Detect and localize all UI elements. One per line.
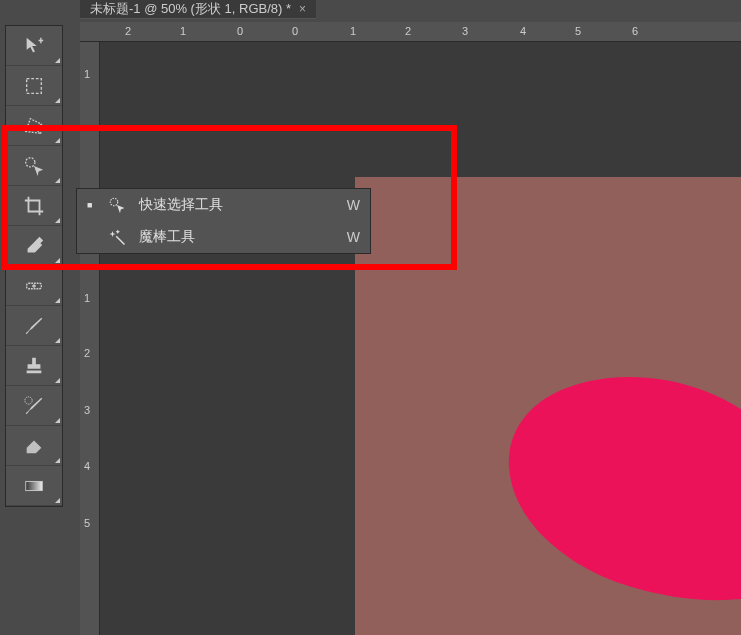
healing-icon [23, 275, 45, 297]
canvas[interactable] [355, 177, 741, 635]
stamp-tool[interactable] [6, 346, 62, 386]
move-icon [23, 35, 45, 57]
svg-rect-0 [27, 78, 42, 93]
healing-tool[interactable] [6, 266, 62, 306]
move-tool[interactable] [6, 26, 62, 66]
quick-select-icon [23, 155, 45, 177]
lasso-icon [23, 115, 45, 137]
close-icon[interactable]: × [299, 2, 306, 16]
ruler-tick: 6 [632, 25, 638, 37]
ruler-tick: 0 [237, 25, 243, 37]
document-tab-bar: 未标题-1 @ 50% (形状 1, RGB/8) * × [80, 0, 316, 18]
ruler-tick: 2 [84, 347, 90, 359]
ruler-tick: 1 [84, 292, 90, 304]
lasso-tool[interactable] [6, 106, 62, 146]
submenu-indicator-icon [55, 498, 60, 503]
svg-rect-4 [26, 481, 43, 490]
magic-wand-icon [107, 228, 127, 246]
ruler-tick: 4 [84, 460, 90, 472]
ruler-tick: 5 [84, 517, 90, 529]
eyedropper-tool[interactable] [6, 226, 62, 266]
crop-icon [23, 195, 45, 217]
flyout-item-label: 快速选择工具 [139, 196, 335, 214]
submenu-indicator-icon [55, 378, 60, 383]
ruler-tick: 4 [520, 25, 526, 37]
ruler-tick: 2 [405, 25, 411, 37]
submenu-indicator-icon [55, 258, 60, 263]
submenu-indicator-icon [55, 298, 60, 303]
history-brush-tool[interactable] [6, 386, 62, 426]
ruler-tick: 1 [350, 25, 356, 37]
quick-select-icon [107, 196, 127, 214]
brush-icon [23, 315, 45, 337]
document-tab[interactable]: 未标题-1 @ 50% (形状 1, RGB/8) * × [80, 0, 316, 19]
flyout-item-quick-select[interactable]: ■ 快速选择工具 W [77, 189, 370, 221]
flyout-item-shortcut: W [347, 229, 360, 245]
flyout-item-magic-wand[interactable]: 魔棒工具 W [77, 221, 370, 253]
ruler-tick: 1 [180, 25, 186, 37]
ruler-vertical[interactable]: 1 1 2 3 4 5 [80, 42, 100, 635]
marquee-tool[interactable] [6, 66, 62, 106]
submenu-indicator-icon [55, 98, 60, 103]
eraser-icon [23, 435, 45, 457]
gradient-tool[interactable] [6, 466, 62, 506]
ruler-tick: 5 [575, 25, 581, 37]
document-tab-title: 未标题-1 @ 50% (形状 1, RGB/8) * [90, 0, 291, 18]
submenu-indicator-icon [55, 138, 60, 143]
rabbit-shape [505, 202, 741, 602]
ruler-tick: 0 [292, 25, 298, 37]
submenu-indicator-icon [55, 178, 60, 183]
submenu-indicator-icon [55, 338, 60, 343]
brush-tool[interactable] [6, 306, 62, 346]
svg-point-1 [26, 157, 35, 166]
flyout-item-shortcut: W [347, 197, 360, 213]
history-brush-icon [23, 395, 45, 417]
toolbox [5, 25, 63, 507]
marquee-icon [23, 75, 45, 97]
flyout-item-label: 魔棒工具 [139, 228, 335, 246]
ruler-tick: 3 [462, 25, 468, 37]
submenu-indicator-icon [55, 418, 60, 423]
crop-tool[interactable] [6, 186, 62, 226]
canvas-area[interactable] [100, 42, 741, 635]
ruler-tick: 1 [84, 68, 90, 80]
eyedropper-icon [23, 235, 45, 257]
submenu-indicator-icon [55, 58, 60, 63]
submenu-indicator-icon [55, 458, 60, 463]
ruler-tick: 3 [84, 404, 90, 416]
submenu-indicator-icon [55, 218, 60, 223]
svg-point-3 [25, 396, 32, 403]
svg-point-5 [110, 198, 118, 206]
gradient-icon [23, 475, 45, 497]
ruler-horizontal[interactable]: 2 1 0 0 1 2 3 4 5 6 [80, 22, 741, 42]
stamp-icon [23, 355, 45, 377]
tool-flyout-menu: ■ 快速选择工具 W 魔棒工具 W [76, 188, 371, 254]
eraser-tool[interactable] [6, 426, 62, 466]
quick-select-tool[interactable] [6, 146, 62, 186]
active-indicator-icon: ■ [87, 200, 95, 210]
ruler-tick: 2 [125, 25, 131, 37]
